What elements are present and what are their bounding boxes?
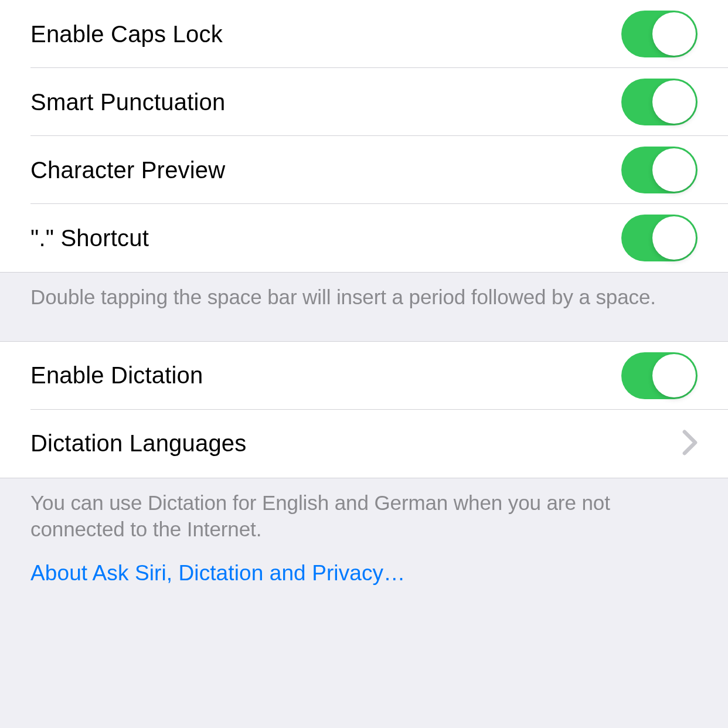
dictation-section-footer: You can use Dictation for English and Ge… (0, 478, 728, 617)
dictation-languages-row[interactable]: Dictation Languages (0, 410, 728, 478)
character-preview-toggle[interactable] (621, 147, 698, 193)
smart-punctuation-toggle[interactable] (621, 79, 698, 125)
enable-dictation-row: Enable Dictation (0, 342, 728, 410)
smart-punctuation-label: Smart Punctuation (30, 89, 225, 115)
enable-dictation-label: Enable Dictation (30, 362, 203, 389)
dictation-settings-section: Enable Dictation Dictation Languages (0, 341, 728, 478)
dictation-footer-text: You can use Dictation for English and Ge… (0, 478, 728, 543)
about-siri-dictation-privacy-link[interactable]: About Ask Siri, Dictation and Privacy… (0, 542, 728, 586)
period-shortcut-row: "." Shortcut (0, 204, 728, 272)
period-shortcut-label: "." Shortcut (30, 225, 149, 251)
period-shortcut-footer-text: Double tapping the space bar will insert… (0, 273, 728, 311)
character-preview-label: Character Preview (30, 157, 225, 183)
enable-dictation-toggle[interactable] (621, 352, 698, 399)
chevron-right-icon (682, 430, 698, 458)
enable-caps-lock-row: Enable Caps Lock (0, 0, 728, 68)
enable-caps-lock-toggle[interactable] (621, 11, 698, 57)
keyboard-settings-section: Enable Caps Lock Smart Punctuation Chara… (0, 0, 728, 273)
character-preview-row: Character Preview (0, 136, 728, 204)
smart-punctuation-row: Smart Punctuation (0, 68, 728, 136)
enable-caps-lock-label: Enable Caps Lock (30, 21, 223, 47)
period-shortcut-toggle[interactable] (621, 215, 698, 261)
keyboard-section-footer: Double tapping the space bar will insert… (0, 273, 728, 341)
dictation-languages-label: Dictation Languages (30, 430, 247, 457)
